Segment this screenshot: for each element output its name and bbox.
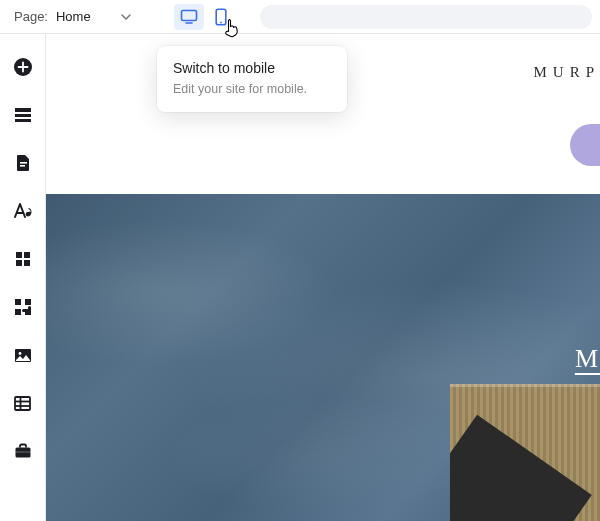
hero-heading-fragment: M <box>575 344 600 374</box>
svg-rect-15 <box>25 299 31 305</box>
grid-icon <box>15 251 31 267</box>
chevron-down-icon <box>120 11 132 23</box>
svg-rect-6 <box>15 114 31 117</box>
top-toolbar: Page: Home <box>0 0 600 34</box>
typography-icon <box>13 202 33 220</box>
page-label: Page: <box>14 9 48 24</box>
search-input[interactable] <box>260 5 592 29</box>
sidebar-tool-apps[interactable] <box>12 248 34 270</box>
sidebar-tool-add[interactable] <box>12 56 34 78</box>
tooltip-subtitle: Edit your site for mobile. <box>173 82 331 96</box>
svg-rect-5 <box>15 108 31 112</box>
puzzle-icon <box>14 298 32 316</box>
svg-point-3 <box>220 21 222 23</box>
svg-rect-9 <box>20 165 25 167</box>
plus-circle-icon <box>13 57 33 77</box>
svg-rect-8 <box>20 162 27 164</box>
hero-image-card <box>450 384 600 521</box>
sidebar-tool-data[interactable] <box>12 392 34 414</box>
svg-rect-16 <box>15 309 21 315</box>
tooltip-title: Switch to mobile <box>173 60 331 76</box>
briefcase-icon <box>14 443 32 459</box>
mobile-button[interactable] <box>206 4 236 30</box>
sidebar-tool-app-market[interactable] <box>12 296 34 318</box>
svg-rect-19 <box>15 397 30 410</box>
svg-rect-13 <box>24 260 30 266</box>
sections-icon <box>14 107 32 123</box>
svg-rect-10 <box>16 252 22 258</box>
image-icon <box>14 348 32 363</box>
device-toggle-group <box>174 4 236 30</box>
svg-rect-24 <box>15 452 30 453</box>
decorative-accent <box>570 124 600 166</box>
svg-rect-7 <box>15 119 31 122</box>
svg-point-18 <box>18 352 21 355</box>
sidebar-tool-media[interactable] <box>12 344 34 366</box>
desktop-button[interactable] <box>174 4 204 30</box>
svg-rect-12 <box>16 260 22 266</box>
mobile-icon <box>215 8 227 26</box>
page-value: Home <box>56 9 91 24</box>
page-selector[interactable]: Page: Home <box>8 5 138 28</box>
page-icon <box>15 154 31 172</box>
left-sidebar <box>0 34 46 521</box>
sidebar-tool-typography[interactable] <box>12 200 34 222</box>
sidebar-tool-sections[interactable] <box>12 104 34 126</box>
mobile-tooltip: Switch to mobile Edit your site for mobi… <box>157 46 347 112</box>
svg-rect-11 <box>24 252 30 258</box>
svg-rect-14 <box>15 299 21 305</box>
desktop-icon <box>180 9 198 25</box>
site-brand-text: MURP <box>533 64 600 81</box>
table-icon <box>14 396 31 411</box>
sidebar-tool-pages[interactable] <box>12 152 34 174</box>
editor-canvas[interactable]: Switch to mobile Edit your site for mobi… <box>46 34 600 521</box>
svg-rect-0 <box>182 10 197 20</box>
sidebar-tool-business[interactable] <box>12 440 34 462</box>
